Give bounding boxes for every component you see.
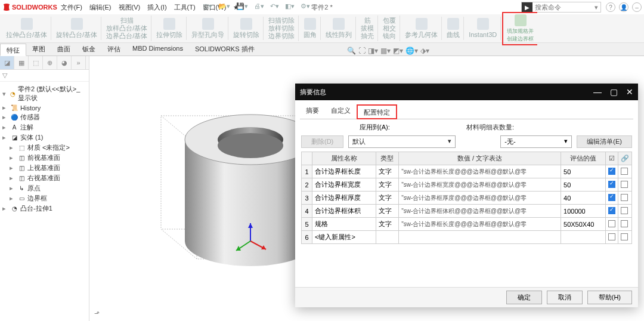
qat-options-icon[interactable]: ⚙▾ [301, 2, 310, 10]
ribbon-extrude[interactable]: 拉伸凸台/基体 [2, 17, 51, 40]
view-orient-icon[interactable]: ◨▾ [368, 47, 378, 55]
help-button[interactable]: 帮助(H) [587, 291, 632, 304]
minimize-icon[interactable]: — [593, 87, 602, 97]
qat-undo-icon[interactable]: ↶▾ [270, 2, 279, 10]
ribbon-cut-sweep[interactable]: 扫描切除 放样切除 边界切除 [265, 16, 299, 42]
ribbon-instant3d[interactable]: Instant3D [465, 17, 501, 40]
search-icon[interactable]: ▶ [522, 2, 532, 12]
ribbon-add-bbox[interactable]: 填加规格并 创建边界框 [502, 12, 537, 45]
tree-item[interactable]: ▸◫前视基准面 [2, 153, 86, 163]
maximize-icon[interactable]: ▢ [610, 87, 618, 97]
ribbon-hole-wizard[interactable]: 异型孔向导 [188, 17, 228, 40]
ribbon-cut-revolve[interactable]: 旋转切除 [230, 17, 264, 40]
tree-root[interactable]: ▾◔零件2 (默认<<默认>_显示状 [2, 84, 86, 103]
dlgtab-summary[interactable]: 摘要 [300, 104, 325, 119]
ribbon-curves[interactable]: 曲线 [443, 17, 464, 40]
dlgtab-config-specific[interactable]: 配置特定 [357, 104, 397, 119]
tab-sheetmetal[interactable]: 钣金 [76, 43, 101, 55]
display-style-icon[interactable]: ▦▾ [380, 47, 391, 55]
help-icon[interactable]: ? [606, 2, 615, 12]
table-row[interactable]: 4合计边界框体积文字"sw-合计边界框体积@@@边界框@@默认@零100000 [302, 205, 632, 218]
tab-addins[interactable]: SOLIDWORKS 插件 [189, 43, 261, 55]
orientation-triad-icon[interactable]: ⬏ [94, 310, 100, 317]
menu-insert[interactable]: 插入(I) [144, 3, 170, 12]
menu-tools[interactable]: 工具(T) [171, 3, 199, 12]
bom-qty-select[interactable]: -无-▾ [500, 135, 572, 148]
filter-row[interactable]: ▽ [0, 70, 89, 82]
mgrtab-display-icon[interactable]: ◕ [57, 56, 72, 69]
manager-tabs: ◪ ▦ ⬚ ⊕ ◕ » [0, 56, 89, 70]
dlgtab-custom[interactable]: 自定义 [325, 104, 357, 119]
tab-sketch[interactable]: 草图 [26, 43, 51, 55]
tree-item[interactable]: ▸🔵传感器 [2, 112, 86, 122]
tree-item[interactable]: ▸◫右视基准面 [2, 173, 86, 183]
mgrtab-property-icon[interactable]: ▦ [14, 56, 29, 69]
qat-rebuild-icon[interactable]: ◧▾ [285, 2, 295, 10]
ribbon-sweep-loft[interactable]: 扫描 放样凸台/基体 边界凸台/基体 [103, 16, 151, 42]
ribbon-refgeom[interactable]: 参考几何体 [401, 17, 442, 40]
tree-item[interactable]: ▸📜History [2, 103, 86, 112]
mgrtab-feature-icon[interactable]: ◪ [0, 56, 14, 69]
tab-features[interactable]: 特征 [0, 44, 26, 56]
ribbon-revolve[interactable]: 旋转凸台/基体 [52, 17, 101, 40]
mgrtab-dim-icon[interactable]: ⊕ [43, 56, 57, 69]
close-circle-icon[interactable]: – [632, 2, 642, 12]
table-row[interactable]: 5规格文字"sw-合计边界框长度@@@边界框@@默认@零50X50X40 [302, 218, 632, 231]
scene-icon[interactable]: 🌐▾ [405, 47, 418, 55]
table-row[interactable]: 2合计边界框宽度文字"sw-合计边界框宽度@@@边界框@@默认@零50 [302, 178, 632, 192]
ribbon-rib-draft[interactable]: 筋 拔模 抽壳 [357, 16, 378, 42]
summary-info-dialog: 摘要信息 — ▢ ✕ 摘要 自定义 配置特定 应用到(A): 材料明细表数量: … [295, 84, 638, 307]
qat-open-icon[interactable]: 📂▾ [218, 2, 230, 10]
search-box[interactable]: ▶ ▾ [521, 2, 601, 13]
tab-surface[interactable]: 曲面 [51, 43, 76, 55]
mgrtab-config-icon[interactable]: ⬚ [29, 56, 43, 69]
cancel-button[interactable]: 取消 [547, 291, 583, 304]
tab-mbd[interactable]: MBD Dimensions [126, 43, 189, 55]
menu-file[interactable]: 文件(F) [57, 3, 86, 12]
menu-view[interactable]: 视图(V) [115, 3, 144, 12]
tree-item[interactable]: ▸↳原点 [2, 183, 86, 193]
search-input[interactable] [532, 4, 592, 11]
zoom-area-icon[interactable]: ⛶ [358, 47, 366, 55]
menu-edit[interactable]: 编辑(E) [86, 3, 115, 12]
svg-point-5 [218, 133, 283, 158]
tree-item[interactable]: ▸◪实体 (1) [2, 132, 86, 143]
zoom-fit-icon[interactable]: 🔍 [347, 47, 356, 55]
quick-access-toolbar: ◫▾ 📂▾ 💾▾ 🖨▾ ↶▾ ◧▾ ⚙▾ [203, 2, 310, 10]
top-icons: ? 👤 – [606, 2, 642, 12]
edit-list-button[interactable]: 编辑清单(E) [577, 135, 632, 148]
appearance-icon[interactable]: ⬗▾ [420, 47, 429, 55]
mgrtab-more-icon[interactable]: » [72, 56, 86, 69]
search-dropdown-icon[interactable]: ▾ [592, 4, 600, 11]
qat-save-icon[interactable]: 💾▾ [236, 2, 248, 10]
delete-button[interactable]: 删除(D) [301, 135, 343, 148]
properties-table: 属性名称 类型 数值 / 文字表达 评估的值 ☑ 🔗 1合计边界框长度文字"sw… [301, 152, 632, 244]
apply-to-select[interactable]: 默认▾ [348, 135, 456, 148]
dialog-tabs: 摘要 自定义 配置特定 [300, 104, 633, 119]
col-link-icon: 🔗 [618, 152, 632, 165]
dialog-footer: 确定 取消 帮助(H) [295, 287, 638, 307]
ribbon-cut-extrude[interactable]: 拉伸切除 [153, 17, 187, 40]
menubar: SOLIDWORKS 文件(F) 编辑(E) 视图(V) 插入(I) 工具(T)… [0, 0, 644, 14]
tree-item[interactable]: ▸⬚材质 <未指定> [2, 143, 86, 153]
ribbon-pattern[interactable]: 线性阵列 [322, 17, 356, 40]
tree-item[interactable]: ▸A注解 [2, 122, 86, 132]
ribbon-wrap-mirror[interactable]: 包覆 相交 镜向 [379, 16, 400, 42]
table-row[interactable]: 1合计边界框长度文字"sw-合计边界框长度@@@边界框@@默认@零50 [302, 165, 632, 178]
qat-print-icon[interactable]: 🖨▾ [254, 2, 264, 10]
tree-item[interactable]: ▸◫上视基准面 [2, 163, 86, 173]
tree-item[interactable]: ▸▭边界框 [2, 193, 86, 203]
user-icon[interactable]: 👤 [619, 2, 628, 12]
close-icon[interactable]: ✕ [626, 87, 633, 97]
ok-button[interactable]: 确定 [506, 291, 542, 304]
tree-item[interactable]: ▸◔凸台-拉伸1 [2, 203, 86, 214]
ribbon-fillet[interactable]: 圆角 [300, 17, 321, 40]
table-row[interactable]: 3合计边界框厚度文字"sw-合计边界框厚度@@@边界框@@默认@零40 [302, 192, 632, 205]
section-view-icon[interactable]: ◩▾ [393, 47, 403, 55]
tab-evaluate[interactable]: 评估 [101, 43, 126, 55]
dialog-titlebar[interactable]: 摘要信息 — ▢ ✕ [295, 84, 638, 100]
dialog-title: 摘要信息 [300, 88, 326, 97]
col-check-icon: ☑ [606, 152, 618, 165]
qat-new-icon[interactable]: ◫▾ [203, 2, 212, 10]
table-row[interactable]: 6<键入新属性> [302, 231, 632, 244]
